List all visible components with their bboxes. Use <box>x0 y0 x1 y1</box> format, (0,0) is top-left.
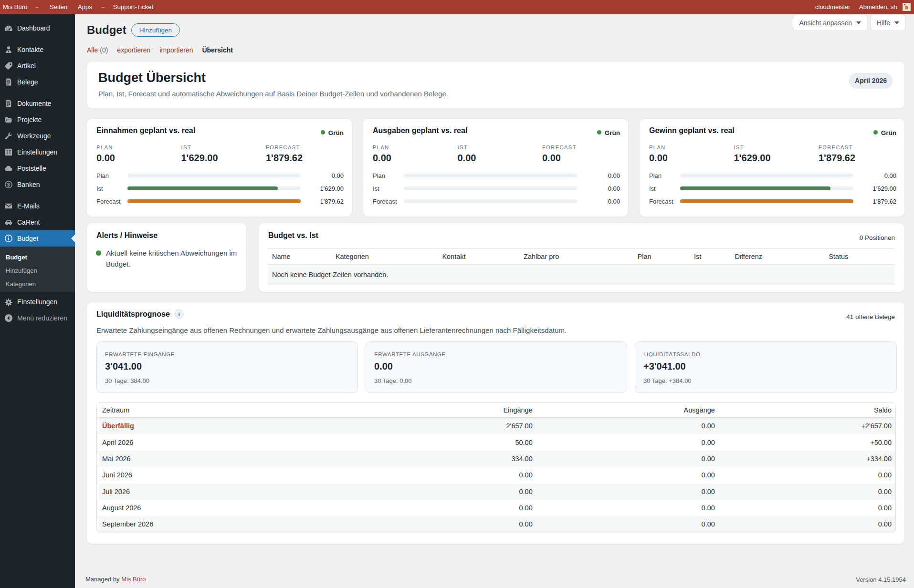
svg-text:$: $ <box>7 182 10 187</box>
